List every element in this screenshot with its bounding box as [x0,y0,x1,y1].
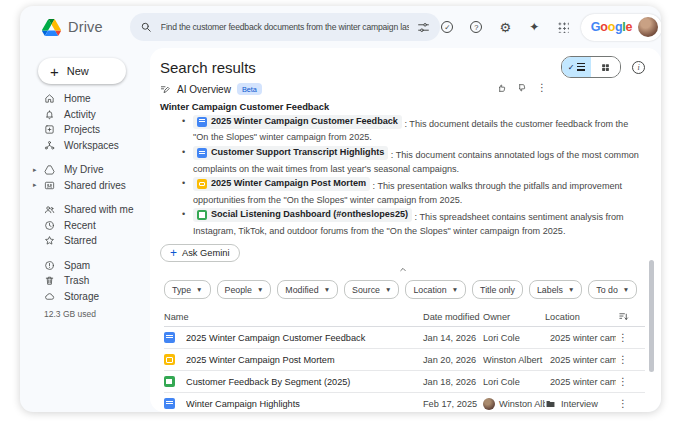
bullet-icon: • [182,115,193,145]
results-table: Name Date modified Owner Location 2025 W… [156,307,645,412]
bullet-icon: • [182,146,193,176]
location-chip[interactable]: 2025 winter cam [545,355,616,365]
list-view-button[interactable]: ✓ [562,57,591,77]
source-file-chip[interactable]: 2025 Winter Campaign Customer Feedback [193,115,402,129]
filter-chip-location[interactable]: Location▼ [405,280,466,299]
date-modified: Jan 14, 2026 [423,333,483,343]
help-icon[interactable]: ? [469,20,484,35]
table-row[interactable]: Winter Campaign Highlights Feb 17, 2025 … [164,393,645,412]
scrollbar-thumb[interactable] [649,260,654,372]
my-drive-icon [44,164,55,175]
filter-chip-to-do[interactable]: To do▼ [588,280,637,299]
source-file-chip[interactable]: 2025 Winter Campaign Post Mortem [193,177,370,191]
ai-overview-pen-icon [160,84,171,95]
ai-feedback-actions: ⋮ [497,82,547,93]
sidebar-item-home[interactable]: Home [20,91,150,107]
search-filters-tune-icon[interactable] [416,20,431,35]
ai-overview-heading: Winter Campaign Customer Feedback [160,101,645,112]
filter-chip-source[interactable]: Source▼ [344,280,399,299]
table-row[interactable]: 2025 Winter Campaign Customer Feedback J… [164,327,645,349]
clock-icon [44,220,55,231]
column-header-date-modified[interactable]: Date modified [423,312,483,322]
sidebar-item-shared-with-me[interactable]: Shared with me [20,202,150,218]
thumbs-up-icon[interactable] [497,83,507,93]
row-more-menu-icon[interactable]: ⋮ [616,376,630,387]
user-avatar[interactable] [638,17,658,37]
check-icon: ✓ [568,63,575,72]
expand-caret-icon[interactable]: ▸ [33,181,37,189]
filter-chip-people[interactable]: People▼ [217,280,272,299]
sidebar-item-projects[interactable]: Projects [20,122,150,138]
location-chip[interactable]: 2025 winter cam [545,377,616,387]
cloud-icon [44,291,55,302]
docs-file-icon [164,332,175,343]
source-file-chip[interactable]: Social Listening Dashboard (#ontheslopes… [193,208,412,222]
filter-chip-labels[interactable]: Labels▼ [529,280,582,299]
file-name[interactable]: 2025 Winter Campaign Customer Feedback [186,333,423,343]
sort-direction-icon[interactable] [616,311,630,322]
shared-drives-icon [44,180,55,191]
trash-icon [44,275,55,286]
sidebar-item-workspaces[interactable]: Workspaces [20,138,150,154]
row-more-menu-icon[interactable]: ⋮ [616,354,630,365]
owner-name: Winston Alb... [499,399,545,409]
location-chip[interactable]: 2025 winter cam [545,333,616,343]
file-name[interactable]: Winter Campaign Highlights [186,399,423,409]
docs-file-icon [164,398,175,409]
new-button-label: New [67,65,89,77]
collapse-ai-overview-button[interactable] [160,265,645,275]
table-row[interactable]: 2025 Winter Campaign Post Mortem Jan 20,… [164,349,645,371]
sidebar-item-shared-drives[interactable]: ▸ Shared drives [20,178,150,194]
thumbs-down-icon[interactable] [517,83,527,93]
sidebar-item-storage[interactable]: Storage [20,289,150,305]
source-file-chip[interactable]: Customer Support Transcript Highlights [193,146,388,160]
docs-file-icon [197,117,207,127]
gemini-sparkle-icon[interactable]: ✦ [527,20,542,35]
slides-file-icon [164,354,175,365]
sheets-file-icon [197,210,207,220]
location-chip[interactable]: Interview [545,399,616,409]
screenshot-root: Drive Find the customer feedback documen… [0,0,680,421]
new-button[interactable]: + New [38,58,126,84]
row-more-menu-icon[interactable]: ⋮ [616,398,630,409]
list-view-icon [577,63,585,71]
plus-icon: + [50,64,59,79]
owner-name: Lori Cole [483,377,520,387]
home-icon [44,93,55,104]
chevron-down-icon: ▼ [623,286,629,293]
file-name[interactable]: Customer Feedback By Segment (2025) [186,377,423,387]
settings-gear-icon[interactable]: ⚙ [498,20,513,35]
offline-status-icon[interactable]: ✓ [440,20,455,35]
owner-name: Lori Cole [483,333,520,343]
sidebar-item-my-drive[interactable]: ▸ My Drive [20,162,150,178]
filter-chip-modified[interactable]: Modified▼ [277,280,338,299]
file-name[interactable]: 2025 Winter Campaign Post Mortem [186,355,423,365]
table-row[interactable]: Customer Feedback By Segment (2025) Jan … [164,371,645,393]
ai-more-menu-icon[interactable]: ⋮ [537,82,547,93]
owner-name: Winston Albert [483,355,542,365]
grid-view-button[interactable] [591,57,620,77]
column-header-location: Location [545,312,616,322]
filter-chips: Type▼ People▼ Modified▼ Source▼ Location… [164,280,645,299]
sidebar-item-starred[interactable]: Starred [20,233,150,249]
search-bar[interactable]: Find the customer feedback documents fro… [130,13,440,41]
chevron-down-icon: ▼ [568,286,574,293]
ai-overview-label: AI Overview [177,84,231,95]
expand-caret-icon[interactable]: ▸ [33,166,37,174]
search-input[interactable]: Find the customer feedback documents fro… [161,22,409,32]
ask-gemini-button[interactable]: + Ask Gemini [160,244,240,262]
filter-chip-type[interactable]: Type▼ [164,280,211,299]
date-modified: Jan 20, 2026 [423,355,483,365]
column-header-name[interactable]: Name [164,312,423,322]
details-info-icon[interactable]: i [632,61,645,74]
sidebar: + New Home Activity Projects Workspaces [20,48,150,412]
sidebar-item-activity[interactable]: Activity [20,107,150,123]
filter-chip-title-only[interactable]: Title only [472,280,523,299]
google-apps-grid-icon[interactable] [556,20,571,35]
row-more-menu-icon[interactable]: ⋮ [616,332,630,343]
sidebar-item-spam[interactable]: Spam [20,258,150,274]
chevron-down-icon: ▼ [324,286,330,293]
chevron-down-icon: ▼ [257,286,263,293]
sidebar-item-recent[interactable]: Recent [20,218,150,234]
sidebar-item-trash[interactable]: Trash [20,273,150,289]
